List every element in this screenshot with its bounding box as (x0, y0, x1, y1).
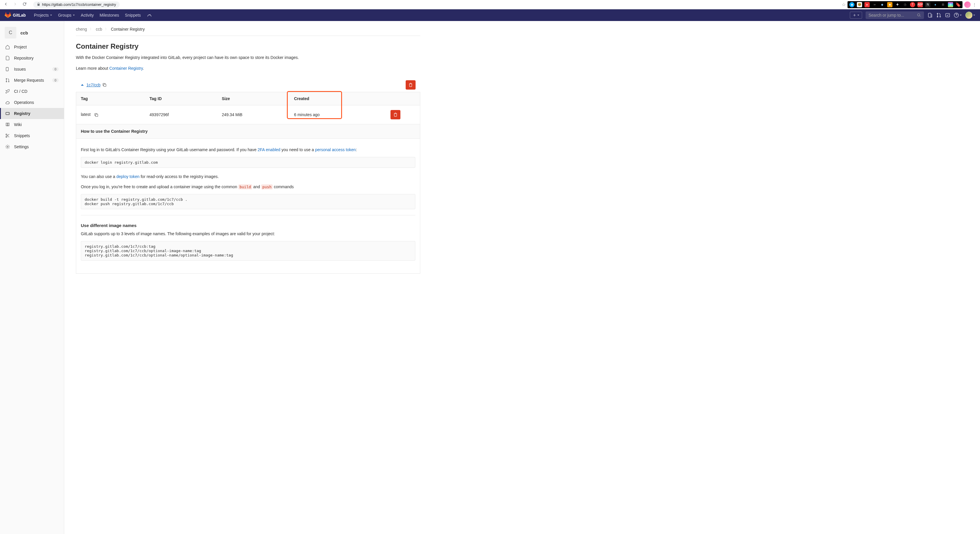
tag-id: 49397296f (145, 105, 217, 124)
ext-icon[interactable]: ■ (887, 2, 892, 7)
new-menu-button[interactable] (850, 12, 862, 19)
delete-repo-button[interactable] (406, 80, 415, 90)
ext-icon[interactable]: N (925, 2, 931, 7)
back-icon[interactable] (3, 2, 8, 7)
ext-icon[interactable]: ABP (918, 2, 923, 7)
delete-tag-button[interactable] (390, 110, 400, 119)
howto-p2: You can also use a deploy token for read… (81, 173, 415, 180)
code-build: build (239, 184, 252, 189)
copy-icon[interactable] (94, 113, 99, 117)
link-pat[interactable]: personal access token (315, 147, 356, 152)
ext-icon[interactable]: ◆ (880, 2, 885, 7)
ext-icon[interactable]: T (910, 2, 915, 7)
breadcrumb-current: Container Registry (111, 27, 145, 32)
code-names: registry.gitlab.com/1c7/ccb:tag registry… (81, 241, 415, 261)
browser-extensions: ☆ ◉ 🤓 ▸ ∞ ◆ ■ ✚ ◷ T ABP N ♠ ⊞ ⊞ 🔖 ⋮ (842, 1, 977, 8)
tag-size: 249.34 MiB (217, 105, 290, 124)
col-tag: Tag (76, 92, 145, 105)
tanuki-icon (5, 12, 11, 18)
search-input[interactable]: Search or jump to... (865, 11, 924, 19)
svg-rect-1 (945, 13, 950, 17)
sidebar-item-project[interactable]: Project (0, 41, 64, 52)
ext-icon[interactable]: 🤓 (857, 2, 862, 7)
nav-activity[interactable]: Activity (78, 13, 97, 17)
ext-icon[interactable]: ◉ (849, 2, 854, 7)
col-tag-id: Tag ID (145, 92, 217, 105)
sidebar-item-merge-requests[interactable]: Merge Requests 0 (0, 75, 64, 86)
repo-path-toggle[interactable]: 1c7/ccb (81, 83, 100, 87)
ext-icon[interactable]: ♠ (933, 2, 938, 7)
breadcrumb-root[interactable]: cheng (76, 27, 87, 32)
breadcrumb-project[interactable]: ccb (96, 27, 102, 32)
issues-icon[interactable] (928, 13, 933, 18)
nav-groups[interactable]: Groups (55, 13, 78, 17)
link-2fa[interactable]: 2FA enabled (258, 147, 280, 152)
sidebar-item-registry[interactable]: Registry (0, 108, 64, 119)
help-menu[interactable] (954, 13, 962, 18)
nav-perf-icon[interactable] (144, 13, 155, 18)
badge: 0 (52, 67, 59, 71)
ext-icon[interactable]: ◷ (902, 2, 908, 7)
sidebar-item-issues[interactable]: Issues 0 (0, 64, 64, 75)
todos-icon[interactable] (945, 13, 950, 18)
sidebar-item-operations[interactable]: Operations (0, 97, 64, 108)
star-icon[interactable]: ☆ (842, 2, 846, 7)
code-build-push: docker build -t registry.gitlab.com/1c7/… (81, 194, 415, 209)
ext-icon[interactable]: 🔖 (956, 2, 961, 7)
col-size: Size (217, 92, 290, 105)
copy-icon[interactable] (102, 83, 107, 87)
tag-created: 6 minutes ago (289, 105, 385, 124)
scissors-icon (5, 134, 10, 138)
nav-projects[interactable]: Projects (31, 13, 55, 17)
trash-icon (393, 113, 398, 117)
tag-table: Tag Tag ID Size Created latest 49397296f (76, 92, 420, 124)
sidebar-item-repository[interactable]: Repository (0, 52, 64, 64)
ext-icon[interactable]: ▸ (864, 2, 870, 7)
link-deploy-token[interactable]: deploy token (116, 174, 140, 179)
howto-p4: GitLab supports up to 3 levels of image … (81, 231, 415, 237)
url-text: https://gitlab.com/1c7/ccb/container_reg… (42, 2, 116, 7)
svg-point-11 (7, 146, 8, 147)
gitlab-logo[interactable]: GitLab (5, 12, 26, 18)
code-push: push (261, 184, 272, 189)
url-bar[interactable]: https://gitlab.com/1c7/ccb/container_reg… (33, 2, 120, 8)
merge-requests-icon[interactable] (936, 13, 942, 18)
ext-icon[interactable]: ∞ (872, 2, 877, 7)
menu-icon[interactable]: ⋮ (972, 2, 977, 7)
nav-milestones[interactable]: Milestones (97, 13, 122, 17)
project-header[interactable]: C ccb (0, 24, 64, 41)
chevron-down-icon (73, 14, 75, 16)
sidebar-item-wiki[interactable]: Wiki (0, 119, 64, 130)
howto-p1: First log in to GitLab's Container Regis… (81, 147, 415, 153)
nav-snippets[interactable]: Snippets (122, 13, 143, 17)
sidebar-item-cicd[interactable]: CI / CD (0, 86, 64, 97)
ext-icon[interactable]: ⊞ (940, 2, 945, 7)
search-icon (917, 13, 921, 17)
forward-icon[interactable] (13, 2, 18, 7)
user-menu[interactable] (966, 12, 975, 19)
trash-icon (409, 83, 413, 87)
sidebar-item-settings[interactable]: Settings (0, 141, 64, 152)
learn-link[interactable]: Container Registry (109, 66, 143, 71)
gear-icon (5, 145, 10, 149)
divider (81, 215, 415, 215)
svg-point-10 (6, 136, 7, 137)
profile-avatar[interactable] (964, 2, 970, 8)
ext-icon[interactable]: ⊞ (948, 2, 953, 7)
chevron-right-icon: 〉 (90, 27, 93, 31)
breadcrumb: cheng 〉 ccb 〉 Container Registry (76, 26, 420, 36)
help-icon (954, 13, 959, 18)
section-title: Use different image names (81, 223, 415, 228)
gitlab-header: GitLab Projects Groups Activity Mileston… (0, 10, 980, 21)
reload-icon[interactable] (22, 2, 27, 7)
file-icon (5, 56, 10, 60)
project-avatar: C (5, 27, 16, 38)
lock-icon (37, 2, 40, 7)
svg-point-9 (6, 134, 7, 135)
ext-icon[interactable]: ✚ (895, 2, 900, 7)
chevron-up-icon (81, 83, 84, 87)
merge-icon (5, 78, 10, 83)
project-name: ccb (21, 30, 28, 35)
sidebar: C ccb Project Repository Issues 0 Merge … (0, 21, 64, 534)
sidebar-item-snippets[interactable]: Snippets (0, 130, 64, 141)
